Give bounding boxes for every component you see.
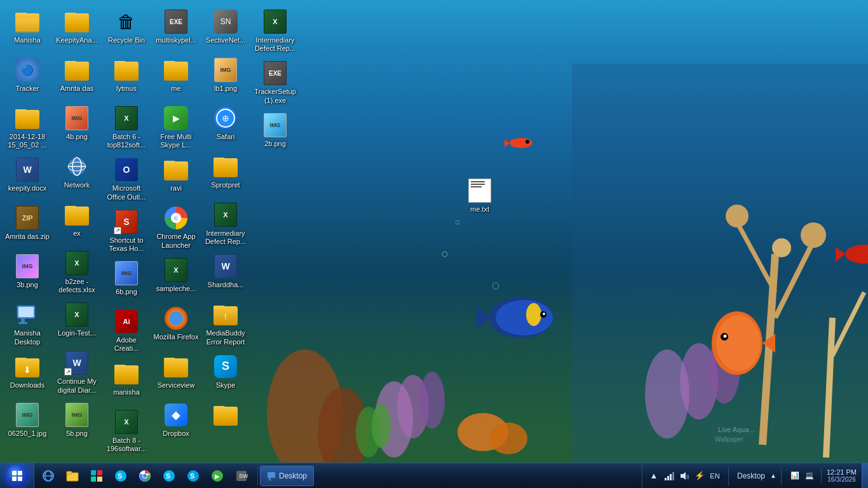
svg-rect-53 <box>12 471 17 475</box>
icon-dropbox[interactable]: ◆ Dropbox <box>152 400 200 445</box>
taskbar-metro[interactable] <box>85 466 108 486</box>
svg-rect-48 <box>18 307 34 317</box>
taskbar-pinned-items: S S S <box>34 463 255 488</box>
clock-time: 12:21 PM <box>827 468 857 476</box>
icon-intermediary-defect[interactable]: X Intermediary Defect Rep... <box>201 200 250 248</box>
svg-rect-61 <box>67 471 72 474</box>
icon-free-multi-skype[interactable]: ▶ Free Multi Skype L... <box>152 103 200 152</box>
svg-rect-83 <box>667 476 669 480</box>
icon-mozilla-firefox[interactable]: Mozilla Firefox <box>152 303 200 349</box>
svg-rect-81 <box>268 480 272 480</box>
taskbar-skype3[interactable]: S <box>182 466 205 486</box>
tray-volume-icon[interactable]: )))) <box>678 470 691 482</box>
icon-folder-col8[interactable] <box>201 400 250 445</box>
icon-ravi[interactable]: ravi <box>152 154 200 200</box>
svg-rect-82 <box>665 478 667 480</box>
show-desktop-button[interactable] <box>862 463 868 489</box>
icon-batch8[interactable]: X Batch 8 - 196softwar... <box>102 407 151 456</box>
icon-4b-png[interactable]: IMG 4b.png <box>53 103 101 149</box>
desktop-icons-area: Manisha 🔵 Tracker 2014-12-18 15_05_02 ..… <box>0 0 292 470</box>
icon-ms-outlook[interactable]: O Microsoft Office Outl... <box>102 154 151 203</box>
tray-battery-icon[interactable]: ⚡ <box>693 470 706 482</box>
icon-recycle-bin[interactable]: 🗑 Recycle Bin <box>102 6 151 52</box>
tray-icon-2[interactable]: 💻 <box>803 470 816 482</box>
icon-chrome-app[interactable]: C Chrome App Launcher <box>152 203 200 252</box>
icon-serviceview[interactable]: Serviceview <box>152 351 200 397</box>
tray-right: 📊 💻 <box>783 463 821 488</box>
icon-b2zee[interactable]: X b2zee - defects.xlsx <box>53 248 101 297</box>
svg-rect-85 <box>672 472 674 480</box>
taskbar: S S S <box>0 463 868 488</box>
active-window-label: Desktop <box>279 471 307 480</box>
desktop-label-area: Desktop ▲ <box>731 471 779 480</box>
taskbar-active-window[interactable]: Desktop <box>260 466 314 486</box>
svg-rect-65 <box>97 477 102 482</box>
tray-network-icon[interactable] <box>663 470 675 482</box>
svg-rect-55 <box>12 477 17 481</box>
start-button[interactable] <box>0 463 34 489</box>
svg-text:S: S <box>190 472 194 480</box>
icon-shortcut-texas[interactable]: S ↗ Shortcut to Texas Ho... <box>102 207 151 255</box>
taskbar-green-app[interactable]: ▶ <box>206 466 229 486</box>
icon-2b-png[interactable]: IMG 2b.png <box>251 110 299 156</box>
icon-continue-my[interactable]: W ↗ Continue My digital Diar... <box>53 348 101 396</box>
icon-me-txt[interactable]: me.txt <box>458 178 502 214</box>
desktop-chevron: ▲ <box>770 472 776 479</box>
icon-me-folder[interactable]: me <box>152 55 200 100</box>
svg-text:SW: SW <box>239 473 248 479</box>
icon-lytmus[interactable]: lytmus <box>102 55 151 100</box>
clock-date: 16/3/2026 <box>827 476 856 483</box>
tray-keyboard-icon[interactable]: EN <box>709 470 721 482</box>
icon-adobe-creati[interactable]: Ai Adobe Creati... <box>102 306 151 355</box>
clock-area[interactable]: 12:21 PM 16/3/2026 <box>821 468 862 483</box>
icon-downloads[interactable]: ⬇ Downloads <box>3 351 51 397</box>
icon-intermediary-defect2[interactable]: X Intermediary Defect Rep... <box>251 6 299 55</box>
icon-batch6[interactable]: X Batch 6 - top812soft... <box>102 103 151 152</box>
icon-3b-png[interactable]: IMG 3b.png <box>3 251 51 297</box>
icon-date-folder[interactable]: 2014-12-18 15_05_02 ... <box>3 103 51 152</box>
svg-text:▶: ▶ <box>215 473 220 480</box>
icon-manisha[interactable]: Manisha <box>3 6 51 52</box>
taskbar-chrome[interactable] <box>133 466 156 486</box>
taskbar-separator-2 <box>781 466 782 485</box>
icon-ex[interactable]: ex <box>53 200 101 245</box>
svg-point-70 <box>143 474 147 478</box>
taskbar-app2[interactable]: SW <box>230 466 253 486</box>
icon-manisha2[interactable]: manisha <box>102 358 151 404</box>
taskbar-separator-1 <box>257 466 258 485</box>
icon-trackersetup[interactable]: EXE TrackerSetup (1).exe <box>251 58 299 107</box>
system-tray: ▲ )))) ⚡ EN <box>642 463 726 488</box>
svg-rect-54 <box>18 471 22 475</box>
svg-rect-64 <box>91 477 96 482</box>
icon-network[interactable]: Network <box>53 151 101 197</box>
icon-tracker[interactable]: 🔵 Tracker <box>3 55 51 100</box>
icon-manisha-desktop[interactable]: Manisha Desktop <box>3 299 51 348</box>
icon-sprotpret[interactable]: Sprotpret <box>201 151 250 197</box>
svg-rect-84 <box>670 474 672 480</box>
icon-skype[interactable]: S Skype <box>201 351 250 397</box>
tray-icon-1[interactable]: 📊 <box>789 470 801 482</box>
icon-login-test[interactable]: X Login-Test... <box>53 299 101 345</box>
icon-lb1-png[interactable]: IMG lb1.png <box>201 55 250 100</box>
icon-mediabuddy[interactable]: ! MediaBuddy Error Report <box>201 299 250 348</box>
taskbar-ie[interactable] <box>37 466 60 486</box>
icon-06250-jpg[interactable]: IMG 06250_1.jpg <box>3 400 51 445</box>
icon-5b-png[interactable]: IMG 5b.png <box>53 400 101 445</box>
icon-amrita-zip[interactable]: ZIP Amrita das.zip <box>3 203 51 248</box>
icon-sharddha[interactable]: W Sharddha... <box>201 251 250 297</box>
taskbar-skype2[interactable]: S <box>158 466 180 486</box>
icon-sectivenet[interactable]: SN SectiveNet... <box>201 6 250 52</box>
taskbar-explorer[interactable] <box>61 466 84 486</box>
icon-safari[interactable]: ⊕ Safari <box>201 103 250 149</box>
svg-rect-62 <box>91 470 96 475</box>
taskbar-skype1[interactable]: S <box>109 466 132 486</box>
icon-sampleche[interactable]: X sampleche... <box>152 255 200 301</box>
icon-keepity-docx[interactable]: W keepity.docx <box>3 154 51 200</box>
icon-6b-png[interactable]: IMG 6b.png <box>102 258 151 304</box>
tray-expand[interactable]: ▲ <box>648 470 660 482</box>
desktop-icon-small <box>267 471 276 480</box>
icon-keepity-ana[interactable]: KeepityAna... <box>53 6 101 52</box>
desktop-label: Desktop <box>733 471 769 480</box>
icon-multiskypel[interactable]: EXE multiskypel... <box>152 6 200 52</box>
icon-amrita-das2[interactable]: Amrita das <box>53 55 101 100</box>
